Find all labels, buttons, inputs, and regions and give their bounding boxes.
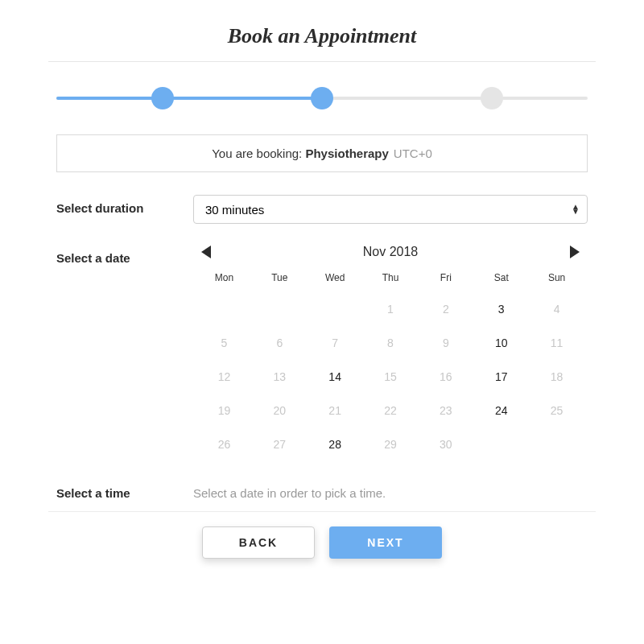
calendar-weekday: Wed	[308, 272, 363, 290]
date-row: Select a date Nov 2018 MonTueWedThuFriSa…	[56, 245, 588, 459]
next-button[interactable]: NEXT	[329, 526, 442, 559]
calendar-day: 12	[196, 362, 252, 391]
calendar-header: Nov 2018	[193, 245, 588, 264]
calendar-day: 16	[418, 362, 473, 391]
calendar-day: 29	[363, 430, 419, 459]
calendar-day	[308, 295, 363, 324]
calendar-day[interactable]: 28	[308, 430, 363, 459]
page-title: Book an Appointment	[56, 24, 588, 48]
calendar-day	[196, 295, 252, 324]
calendar-day	[473, 430, 529, 459]
calendar-day: 25	[529, 396, 584, 425]
calendar-day	[252, 295, 308, 324]
time-label: Select a time	[56, 480, 193, 500]
duration-label: Select duration	[56, 195, 193, 215]
stepper-step-3	[481, 87, 503, 109]
calendar-day: 4	[529, 295, 584, 324]
calendar-day[interactable]: 14	[308, 362, 363, 391]
calendar-day: 30	[418, 430, 473, 459]
duration-select[interactable]: 30 minutes	[193, 195, 588, 224]
booking-timezone: UTC+0	[394, 147, 432, 160]
calendar-day: 1	[363, 295, 419, 324]
calendar-month-label: Nov 2018	[363, 245, 419, 259]
calendar-day: 18	[529, 362, 584, 391]
calendar-day[interactable]: 10	[473, 328, 529, 357]
calendar-day: 8	[363, 328, 419, 357]
calendar-day: 22	[363, 396, 419, 425]
time-row: Select a time Select a date in order to …	[56, 480, 588, 500]
divider	[48, 61, 596, 62]
calendar-day: 23	[418, 396, 473, 425]
booking-summary-box: You are booking: PhysiotherapyUTC+0	[56, 134, 588, 172]
calendar-grid: MonTueWedThuFriSatSun1234567891011121314…	[193, 264, 588, 459]
progress-stepper	[56, 81, 588, 115]
calendar-day: 27	[252, 430, 308, 459]
calendar-weekday: Sat	[473, 272, 529, 290]
calendar-day[interactable]: 3	[473, 295, 529, 324]
calendar-weekday: Fri	[418, 272, 473, 290]
calendar-prev-icon[interactable]	[201, 246, 211, 258]
calendar-weekday: Thu	[363, 272, 419, 290]
calendar-weekday: Mon	[196, 272, 252, 290]
duration-select-wrap: 30 minutes ▲▼	[193, 195, 588, 224]
calendar-day: 9	[418, 328, 473, 357]
calendar-day: 15	[363, 362, 419, 391]
calendar-day	[529, 430, 584, 459]
calendar-day: 21	[308, 396, 363, 425]
calendar-day: 5	[196, 328, 252, 357]
calendar-day[interactable]: 17	[473, 362, 529, 391]
calendar-day: 7	[308, 328, 363, 357]
back-button[interactable]: BACK	[202, 526, 315, 559]
calendar-day[interactable]: 24	[473, 396, 529, 425]
calendar-day: 26	[196, 430, 252, 459]
duration-row: Select duration 30 minutes ▲▼	[56, 195, 588, 224]
calendar-weekday: Sun	[529, 272, 584, 290]
booking-prefix: You are booking:	[212, 147, 305, 160]
calendar-day: 2	[418, 295, 473, 324]
calendar-day: 19	[196, 396, 252, 425]
calendar-day: 20	[252, 396, 308, 425]
calendar-day: 11	[529, 328, 584, 357]
calendar-day: 6	[252, 328, 308, 357]
footer-divider	[48, 511, 596, 512]
booking-service-name: Physiotherapy	[305, 147, 388, 160]
calendar-next-icon[interactable]	[570, 246, 580, 258]
calendar-day: 13	[252, 362, 308, 391]
stepper-track-fill	[56, 97, 322, 100]
stepper-step-1	[151, 87, 174, 109]
stepper-step-2	[311, 87, 333, 109]
time-hint: Select a date in order to pick a time.	[193, 480, 588, 500]
calendar-weekday: Tue	[252, 272, 308, 290]
date-label: Select a date	[56, 245, 193, 265]
footer-actions: BACK NEXT	[56, 526, 588, 575]
